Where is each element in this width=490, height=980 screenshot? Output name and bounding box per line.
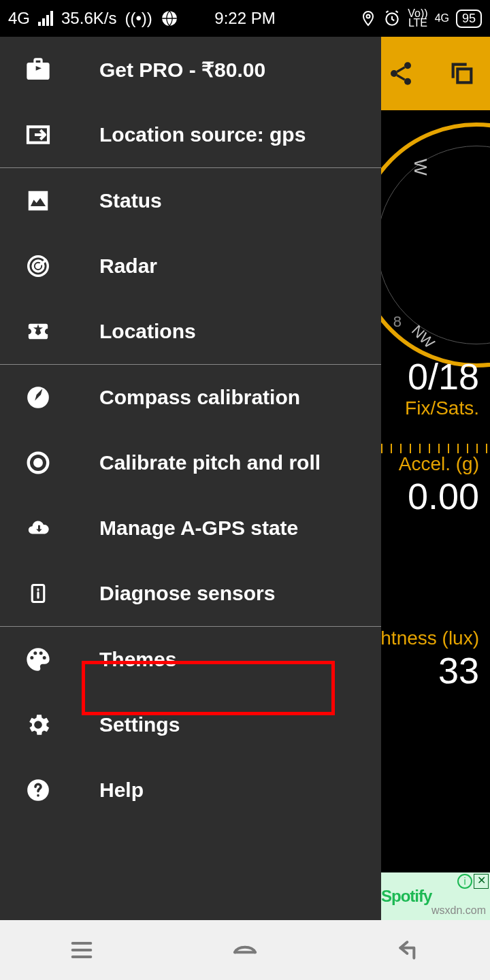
clock-time: 9:22 PM <box>214 9 275 28</box>
menu-locations[interactable]: Locations <box>0 299 381 364</box>
menu-label: Help <box>99 779 144 802</box>
cloud-download-icon <box>24 514 52 542</box>
ruler-decoration <box>381 444 490 453</box>
menu-diagnose-sensors[interactable]: Diagnose sensors <box>0 561 381 626</box>
network-type: 4G <box>8 9 30 28</box>
menu-label: Settings <box>99 713 180 736</box>
watermark: wsxdn.com <box>431 904 486 917</box>
menu-label: Get PRO - ₹80.00 <box>99 58 265 82</box>
location-icon <box>360 10 376 27</box>
menu-themes[interactable]: Themes <box>0 627 381 692</box>
menu-get-pro[interactable]: Get PRO - ₹80.00 <box>0 37 381 102</box>
network-speed: 35.6K/s <box>61 9 116 28</box>
accel-value: 0.00 <box>399 475 479 517</box>
menu-radar[interactable]: Radar <box>0 233 381 299</box>
menu-label: Themes <box>99 648 176 671</box>
menu-label: Manage A-GPS state <box>99 517 298 540</box>
menu-label: Location source: gps <box>99 123 306 146</box>
system-nav-bar <box>0 920 490 980</box>
menu-help[interactable]: Help <box>0 757 381 823</box>
menu-status[interactable]: Status <box>0 168 381 233</box>
ad-text: Spotify <box>381 887 436 906</box>
hotspot-icon: ((•)) <box>125 9 152 28</box>
device-info-icon <box>24 580 52 607</box>
radar-icon <box>24 252 52 280</box>
menu-settings[interactable]: Settings <box>0 692 381 757</box>
ticket-icon <box>24 318 52 345</box>
svg-rect-3 <box>457 69 471 82</box>
home-button[interactable] <box>229 934 261 966</box>
help-icon <box>24 777 52 804</box>
back-button[interactable] <box>393 934 424 966</box>
status-bar: 4G 35.6K/s ((•)) 9:22 PM Vo)) LTE 4G 95 <box>0 0 490 37</box>
recents-button[interactable] <box>66 934 97 966</box>
nav-drawer: Get PRO - ₹80.00 Location source: gps St… <box>0 37 381 920</box>
input-icon <box>24 121 52 148</box>
compass-icon <box>24 384 52 411</box>
signal-icon <box>38 11 53 26</box>
menu-label: Diagnose sensors <box>99 582 275 605</box>
svg-point-5 <box>367 15 370 18</box>
accel-label: Accel. (g) <box>399 453 479 475</box>
share-icon[interactable] <box>385 58 416 89</box>
menu-label: Locations <box>99 320 196 343</box>
menu-agps[interactable]: Manage A-GPS state <box>0 495 381 561</box>
image-icon <box>24 187 52 214</box>
svg-point-0 <box>404 62 411 69</box>
ad-info-icon[interactable]: i <box>457 874 472 889</box>
target-icon <box>24 449 52 476</box>
copy-icon[interactable] <box>446 58 478 89</box>
browser-icon <box>161 10 178 27</box>
menu-label: Status <box>99 189 162 212</box>
menu-label: Compass calibration <box>99 386 300 409</box>
battery-indicator: 95 <box>456 10 482 28</box>
fix-sats-label: Fix/Sats. <box>405 397 479 419</box>
palette-icon <box>24 646 52 673</box>
compass-8: 8 <box>393 313 402 331</box>
svg-point-2 <box>404 78 411 85</box>
shop-icon <box>24 56 52 83</box>
alarm-icon <box>383 10 401 27</box>
menu-location-source[interactable]: Location source: gps <box>0 102 381 167</box>
menu-label: Calibrate pitch and roll <box>99 451 321 474</box>
menu-label: Radar <box>99 255 157 278</box>
menu-pitch-roll[interactable]: Calibrate pitch and roll <box>0 430 381 495</box>
gear-icon <box>24 711 52 738</box>
menu-compass-calibration[interactable]: Compass calibration <box>0 365 381 430</box>
svg-point-1 <box>391 70 397 77</box>
compass-w: W <box>410 159 431 176</box>
svg-point-13 <box>35 459 42 466</box>
sig2-label: 4G <box>435 12 449 24</box>
ad-close-icon[interactable]: ✕ <box>474 874 489 889</box>
fix-sats-value: 0/18 <box>405 355 479 397</box>
volte-icon: Vo)) LTE <box>408 9 427 28</box>
